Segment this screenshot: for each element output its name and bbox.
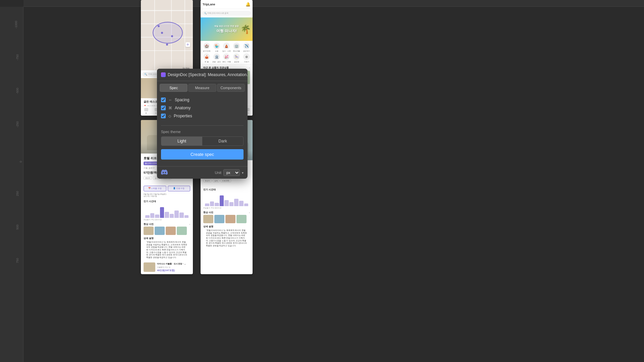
chart2-bar-9 [244,203,249,206]
chart2-bar-1 [205,203,209,206]
tab-measure[interactable]: Measure [188,84,216,92]
chart2-bar-2 [210,201,214,206]
more-icon: ⊕ [243,53,250,60]
chart-bar-6 [170,214,174,218]
booking-person-btn[interactable]: 👤 인원 수정 [168,186,191,191]
hotel2-photo-4 [236,215,247,223]
ruler-mark-1000: -1000 [14,21,18,28]
cat-more[interactable]: ⊕ 더보기 [242,53,251,63]
chart-bar-4 [160,207,164,218]
ruler-mark-250b: 250 [16,191,19,196]
anatomy-label: Anatomy [175,106,191,110]
theme-buttons: Light Dark [161,136,244,146]
beauty-icon: 💒 [223,53,230,60]
hotel2-desc: 상세 설명 "호텔 리프라이버스"는 화목목적 에서여 호텔 관광을 자랑하는 … [201,225,253,249]
hotel1-popular-time: 인기 시간대 토일월 이 주간 관리이건 [141,198,193,221]
discord-icon [161,170,168,176]
dialog-footer: Unit px rem em % ▾ [157,166,248,179]
photos-arrow: › [189,223,190,226]
hotel2-tag-1: 상세 [213,179,219,182]
hotel1-photo-row [141,227,193,237]
chart-bar-9 [184,215,189,218]
dialog-header: DesignDoc [Spectral]: Measures, Annotati… [157,69,248,81]
dialog-title-row: DesignDoc [Spectral]: Measures, Annotati… [161,72,248,77]
hotel2-tag-2: 리뷰(103) [220,179,231,182]
theme-dark-button[interactable]: Dark [202,137,243,145]
ruler-mark-0: 0 [19,161,22,163]
dialog-title: DesignDoc [Spectral]: Measures, Annotati… [168,72,248,77]
cat-beauty[interactable]: 💒 뷰티・여행 [222,53,231,63]
app2-search[interactable]: 🔍 카테고리/서비스로 검색 [202,11,251,16]
checkbox-anatomy-input[interactable] [161,106,166,110]
ruler-mark-750b: 750 [16,258,19,263]
app2-search-icon: 🔍 [204,12,207,14]
cat-building[interactable]: 🏢 한신건물 [232,43,241,52]
dialog-tabs: Spec Measure Components [157,81,248,92]
shop-icon: 🏪 [213,43,220,49]
chart2-bar-5 [224,200,229,206]
category-grid: 🏰 공가/단체 🏪 쇼핑 🛕 임시・스토 🏢 한신건물 ✈️ 공군개 [201,41,253,64]
hotel2-tags: 릿선이 상세 리뷰(103) [203,179,250,182]
spec-theme-label: Spec theme [161,130,244,134]
checkbox-properties-input[interactable] [161,114,166,118]
store-icon: 🛕 [223,43,230,49]
plugin-icon [161,72,166,77]
create-spec-button[interactable]: Create spec [161,149,244,160]
map-nav-home[interactable]: 홈 [144,108,148,114]
hotel1-desc-text: "호텔 리프라이버스"는 화목목적 에서여 호텔 관광을 자랑하는 특별하고, … [144,241,190,259]
booking-schedule-btn[interactable]: 📅 스케줄 수정 [144,186,166,191]
cat-tourist[interactable]: 🏰 공가/단체 [202,43,211,52]
hotel1-popular-label: 인기 시간대 [144,200,190,203]
unit-select[interactable]: px rem em % [223,169,240,176]
map-dot-3 [171,35,173,37]
hotel1-photo-3 [166,227,176,235]
hotel1-booking-dates: 2월 2일 (토) / 2월 2일 16일(토) 성인 2인 이동 2명 [141,193,193,198]
map-selection-oval [153,22,183,44]
building-icon: 🏢 [233,43,240,49]
room1-name: 다이나스 더블룸・도시 전망・... [157,262,190,265]
cat-shop[interactable]: 🏪 쇼핑 [212,43,221,52]
hotel1-desc: 상세 설명 "호텔 리프라이버스"는 화목목적 에서여 호텔 관광을 자랑하는 … [141,237,193,261]
entertainment-icon: 🎪 [203,53,210,60]
hotel1-chart-label: 토일월 이 주간 관리이건 [144,218,190,221]
chart2-bar-3 [215,203,219,206]
map-dot-2 [161,32,163,34]
hotel1-desc-title: 상세 설명 [144,237,190,240]
chart2-bar-7 [234,199,238,206]
hotel1-booking: 📅 스케줄 수정 👤 인원 수정 [141,184,193,193]
canvas-area: ✛ Em Mate 🔍 카테고리/서비스로 검색 ⤢ 골든 에스코트 델리토 호… [23,0,644,362]
dropdown-arrow-icon: ▾ [242,171,244,175]
theme-light-button[interactable]: Light [161,137,202,145]
tab-components[interactable]: Components [217,84,245,92]
cat-culture[interactable]: 🏛️ 관광・공안 [212,53,221,63]
hotel2-popular-label: 인기 시간대 [203,188,250,191]
map-road-v3 [184,0,185,70]
properties-label: Properties [174,114,192,118]
ruler-mark-500b: 500 [16,225,19,230]
cat-air[interactable]: ✈️ 공군개기 [242,43,251,52]
map-search-icon: 🔍 [144,73,147,76]
dialog-body: ↔ Spacing ⌘ Anatomy ◇ Properties Spec th… [157,92,248,164]
cat-store[interactable]: 🛕 임시・스토 [222,43,231,52]
tourist-icon: 🏰 [203,43,210,49]
app2-header: TripLane 🔔 [201,0,253,9]
anatomy-icon: ⌘ [168,106,172,110]
cat-park[interactable]: 🎠 공군관 [232,53,241,63]
properties-icon: ◇ [168,114,171,118]
tab-spec[interactable]: Spec [160,84,187,92]
app2-logo: TripLane [203,3,215,6]
person-icon: 👤 [173,187,175,189]
hotel1-photos-header: 현상 사진 › [141,221,193,227]
hotel2-popular-time: 인기 시간대 토일월 이 주간 관리이건 [201,187,253,209]
hotel1-photos-label: 현상 사진 [144,223,154,226]
cat-entertainment[interactable]: 🎪 유 밸 [202,53,211,63]
spec-theme-section: Spec theme Light Dark Create spec [161,125,244,160]
park-icon: 🎠 [233,53,240,60]
room1-thumb [144,262,155,272]
hotel2-chart-label: 토일월 이 주간 관리이건 [203,206,250,209]
checkbox-spacing-input[interactable] [161,98,166,102]
hotel2-photo-3 [225,215,235,223]
travel-banner-text: 제일 싸은 사이먼 주변 방문 여행 떠나자! [214,25,239,34]
hotel1-tag-0: 엔선이 [144,176,152,180]
culture-icon: 🏛️ [213,53,220,60]
